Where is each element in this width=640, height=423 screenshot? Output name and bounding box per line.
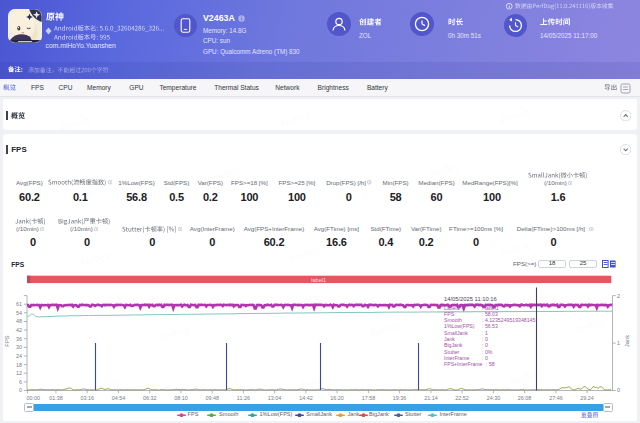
svg-text:13:04: 13:04: [268, 395, 282, 401]
svg-text:1: 1: [617, 340, 620, 346]
svg-text:04:54: 04:54: [112, 395, 126, 401]
svg-text:18: 18: [16, 362, 22, 368]
svg-text:26:08: 26:08: [518, 395, 532, 401]
svg-text:27:46: 27:46: [549, 395, 563, 401]
svg-text:61: 61: [16, 301, 22, 307]
svg-text:30: 30: [16, 344, 22, 350]
svg-text:03:16: 03:16: [80, 395, 94, 401]
svg-text:0: 0: [19, 387, 22, 393]
svg-text:48: 48: [16, 318, 22, 324]
svg-text:36: 36: [16, 336, 22, 342]
svg-text:21:14: 21:14: [424, 395, 438, 401]
svg-text:Jank: Jank: [624, 335, 630, 347]
svg-text:6: 6: [19, 379, 22, 385]
svg-text:08:10: 08:10: [174, 395, 188, 401]
svg-text:12: 12: [16, 370, 22, 376]
svg-text:00:00: 00:00: [27, 395, 41, 401]
svg-text:16:20: 16:20: [330, 395, 344, 401]
svg-text:14:42: 14:42: [299, 395, 313, 401]
svg-text:FPS: FPS: [4, 335, 10, 346]
svg-text:54: 54: [16, 310, 22, 316]
svg-text:09:48: 09:48: [205, 395, 219, 401]
svg-text:label1: label1: [311, 277, 326, 283]
svg-text:11:26: 11:26: [237, 395, 250, 401]
svg-text:24:30: 24:30: [487, 395, 501, 401]
svg-text:42: 42: [16, 327, 22, 333]
svg-text:0: 0: [617, 387, 620, 393]
svg-text:2: 2: [617, 293, 620, 299]
svg-text:22:52: 22:52: [455, 395, 469, 401]
svg-text:06:32: 06:32: [143, 395, 157, 401]
svg-text:29:24: 29:24: [580, 395, 594, 401]
svg-text:17:58: 17:58: [362, 395, 376, 401]
svg-text:19:36: 19:36: [393, 395, 407, 401]
svg-text:01:38: 01:38: [49, 395, 63, 401]
svg-text:24: 24: [16, 353, 22, 359]
